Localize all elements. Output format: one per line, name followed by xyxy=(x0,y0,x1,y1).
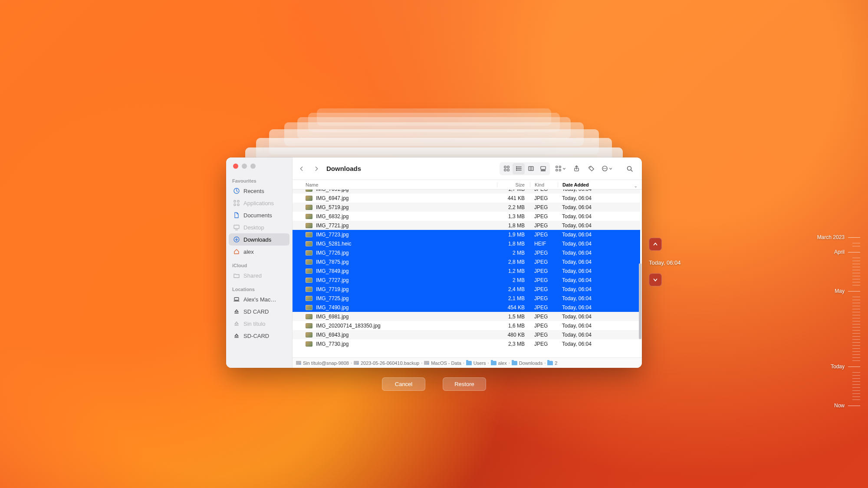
file-kind: JPEG xyxy=(530,213,558,219)
file-thumbnail-icon xyxy=(306,223,312,228)
finder-content: Downloads xyxy=(293,157,642,368)
path-segment[interactable]: alex xyxy=(491,360,507,366)
path-segment[interactable]: Downloads xyxy=(512,360,542,366)
column-kind[interactable]: Kind xyxy=(530,182,558,187)
nav-forward-button[interactable] xyxy=(311,163,322,174)
file-size: 1,2 MB xyxy=(497,268,530,274)
sidebar-item-desktop[interactable]: Desktop xyxy=(229,221,289,233)
share-button[interactable] xyxy=(570,163,582,174)
view-icons-button[interactable] xyxy=(500,163,513,174)
search-button[interactable] xyxy=(624,163,636,174)
table-row[interactable]: IMG_7727.jpg2 MBJPEGToday, 06:04 xyxy=(293,275,640,285)
table-row[interactable]: IMG_7875.jpg2,8 MBJPEGToday, 06:04 xyxy=(293,257,640,266)
path-label: Sin título@snap-9808 xyxy=(303,360,349,366)
scrollbar-thumb[interactable] xyxy=(639,263,641,339)
file-thumbnail-icon xyxy=(306,341,312,347)
actions-button[interactable] xyxy=(600,163,614,174)
file-kind: JPEG xyxy=(530,195,558,201)
svg-point-40 xyxy=(628,166,631,170)
path-segment[interactable]: Sin título@snap-9808 xyxy=(296,360,349,366)
group-by-button[interactable] xyxy=(553,163,568,174)
path-separator-icon: › xyxy=(351,361,352,365)
sidebar-item-sin-t-tulo[interactable]: Sin título xyxy=(229,318,289,330)
sidebar-item-alex-s-mac-[interactable]: Alex's Mac… xyxy=(229,293,289,305)
sidebar-item-documents[interactable]: Documents xyxy=(229,209,289,221)
chevron-down-icon xyxy=(609,167,612,170)
file-name: IMG_7490.jpg xyxy=(316,305,497,311)
file-date-added: Today, 06:04 xyxy=(558,223,640,229)
cancel-button[interactable]: Cancel xyxy=(382,377,425,391)
view-list-button[interactable] xyxy=(513,163,525,174)
timeline-label[interactable]: April xyxy=(834,249,860,255)
sidebar-item-alex[interactable]: alex xyxy=(229,246,289,258)
table-row[interactable]: IMG_7719.jpg2,4 MBJPEGToday, 06:04 xyxy=(293,285,640,294)
sort-chevron-icon: ⌄ xyxy=(634,184,638,188)
table-row[interactable]: IMG_7091.jpg1,7 MBJPEGToday, 06:04 xyxy=(293,190,640,193)
window-controls xyxy=(226,161,292,175)
file-date-added: Today, 06:04 xyxy=(558,341,640,347)
file-list[interactable]: IMG_7091.jpg1,7 MBJPEGToday, 06:04IMG_69… xyxy=(293,190,642,357)
file-thumbnail-icon xyxy=(306,287,312,292)
table-row[interactable]: IMG_6832.jpg1,3 MBJPEGToday, 06:04 xyxy=(293,212,640,221)
snapshot-next-button[interactable] xyxy=(649,273,662,286)
column-date-added[interactable]: Date Added⌄ xyxy=(558,182,642,187)
file-name: IMG_7875.jpg xyxy=(316,259,497,265)
file-date-added: Today, 06:04 xyxy=(558,314,640,320)
file-kind: JPEG xyxy=(530,332,558,338)
file-size: 441 KB xyxy=(497,195,530,201)
table-row[interactable]: IMG_5281.heic1,8 MBHEIFToday, 06:04 xyxy=(293,239,640,248)
path-segment[interactable]: Users xyxy=(466,360,486,366)
window-zoom-button[interactable] xyxy=(250,164,256,169)
window-close-button[interactable] xyxy=(233,164,238,169)
table-row[interactable]: IMG_5719.jpg2,2 MBJPEGToday, 06:04 xyxy=(293,203,640,212)
table-row[interactable]: IMG_6943.jpg480 KBJPEGToday, 06:04 xyxy=(293,330,640,339)
tags-button[interactable] xyxy=(585,163,597,174)
file-name: IMG_6832.jpg xyxy=(316,213,497,219)
table-row[interactable]: IMG_20200714_183350.jpg1,6 MBJPEGToday, … xyxy=(293,321,640,330)
file-name: IMG_5719.jpg xyxy=(316,204,497,210)
path-segment[interactable]: MacOS - Data xyxy=(424,360,461,366)
svg-rect-32 xyxy=(556,169,558,171)
timeline-label[interactable]: March 2023 xyxy=(817,234,860,240)
table-row[interactable]: IMG_6947.jpg441 KBJPEGToday, 06:04 xyxy=(293,193,640,203)
view-gallery-button[interactable] xyxy=(537,163,549,174)
file-name: IMG_7725.jpg xyxy=(316,295,497,301)
table-row[interactable]: IMG_7730.jpg2,3 MBJPEGToday, 06:04 xyxy=(293,339,640,348)
table-row[interactable]: IMG_7849.jpg1,2 MBJPEGToday, 06:04 xyxy=(293,266,640,275)
column-name[interactable]: Name xyxy=(306,182,497,187)
timeline-label[interactable]: Today xyxy=(831,364,860,370)
sidebar-item-sd-card[interactable]: SD-CARD xyxy=(229,330,289,342)
finder-toolbar: Downloads xyxy=(293,157,642,180)
sidebar-item-applications[interactable]: Applications xyxy=(229,197,289,209)
view-columns-button[interactable] xyxy=(525,163,537,174)
snapshot-timeline[interactable]: March 2023AprilMayTodayNow xyxy=(804,234,860,409)
eject-icon xyxy=(233,332,240,339)
table-row[interactable]: IMG_6981.jpg1,5 MBJPEGToday, 06:04 xyxy=(293,312,640,321)
table-row[interactable]: IMG_7721.jpg1,8 MBJPEGToday, 06:04 xyxy=(293,221,640,230)
drive-icon xyxy=(424,361,429,365)
file-size: 2 MB xyxy=(497,250,530,256)
column-size[interactable]: Size xyxy=(497,182,530,187)
svg-rect-30 xyxy=(556,166,558,168)
table-row[interactable]: IMG_7725.jpg2,1 MBJPEGToday, 06:04 xyxy=(293,294,640,303)
file-date-added: Today, 06:04 xyxy=(558,195,640,201)
laptop-icon xyxy=(233,296,240,303)
sidebar-item-downloads[interactable]: Downloads xyxy=(229,233,289,246)
window-minimize-button[interactable] xyxy=(242,164,247,169)
table-row[interactable]: IMG_7723.jpg1,9 MBJPEGToday, 06:04 xyxy=(293,230,640,239)
path-segment[interactable]: 2 xyxy=(547,360,557,366)
folder-icon xyxy=(491,361,496,365)
drive-icon xyxy=(296,361,301,365)
timeline-label[interactable]: May xyxy=(835,288,860,294)
sidebar-item-shared[interactable]: Shared xyxy=(229,269,289,282)
snapshot-prev-button[interactable] xyxy=(649,238,662,251)
timeline-label[interactable]: Now xyxy=(834,403,860,409)
sidebar-item-sd-card[interactable]: SD CARD xyxy=(229,305,289,318)
nav-back-button[interactable] xyxy=(296,163,307,174)
table-row[interactable]: IMG_7490.jpg454 KBJPEGToday, 06:04 xyxy=(293,303,640,312)
restore-button[interactable]: Restore xyxy=(443,377,486,391)
file-date-added: Today, 06:04 xyxy=(558,190,640,192)
table-row[interactable]: IMG_7726.jpg2 MBJPEGToday, 06:04 xyxy=(293,248,640,257)
sidebar-item-recents[interactable]: Recents xyxy=(229,185,289,197)
path-segment[interactable]: 2023-05-26-060410.backup xyxy=(354,360,419,366)
